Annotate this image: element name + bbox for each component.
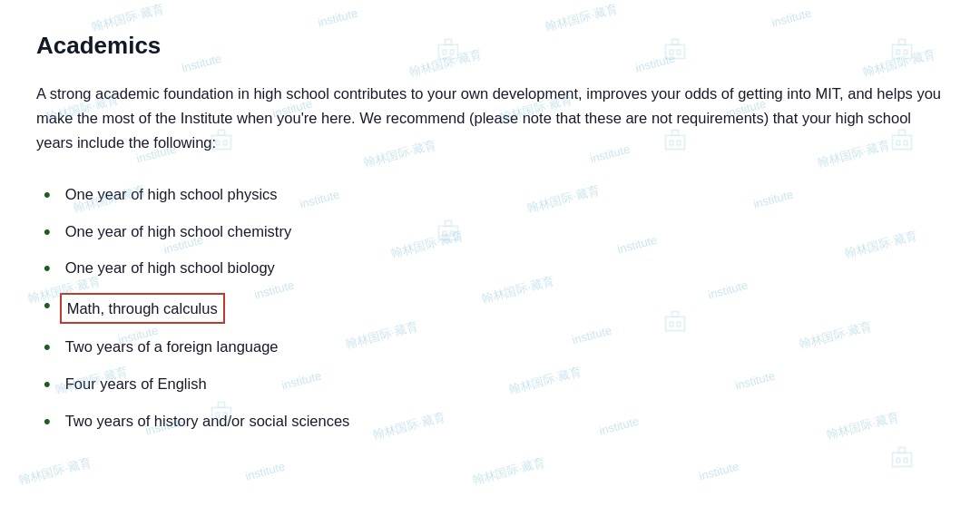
intro-paragraph: A strong academic foundation in high sch… [36,82,944,156]
list-item-text: Two years of a foreign language [65,335,944,358]
highlighted-list-item: Math, through calculus [60,293,225,324]
list-item: •Two years of a foreign language [36,329,944,366]
bullet-point: • [44,335,51,361]
list-item-text: Four years of English [65,372,944,395]
list-item: •Math, through calculus [36,287,944,329]
list-item-text: Two years of history and/or social scien… [65,409,944,433]
page-container: Academics A strong academic foundation i… [0,0,980,467]
bullet-point: • [44,256,51,282]
page-title: Academics [36,27,944,65]
list-item-text: One year of high school biology [65,256,944,279]
bullet-point: • [44,409,51,435]
bullet-point: • [44,182,51,209]
list-item: •One year of high school physics [36,177,944,214]
list-item: •Four years of English [36,366,944,404]
bullet-point: • [44,293,51,319]
list-item: •One year of high school chemistry [36,214,944,251]
list-item-text: One year of high school physics [65,182,944,206]
list-item: •One year of high school biology [36,250,944,287]
academics-list: •One year of high school physics•One yea… [36,177,944,440]
list-item: •Two years of history and/or social scie… [36,404,944,441]
bullet-point: • [44,219,51,246]
list-item-text: One year of high school chemistry [65,219,944,243]
bullet-point: • [44,372,51,398]
